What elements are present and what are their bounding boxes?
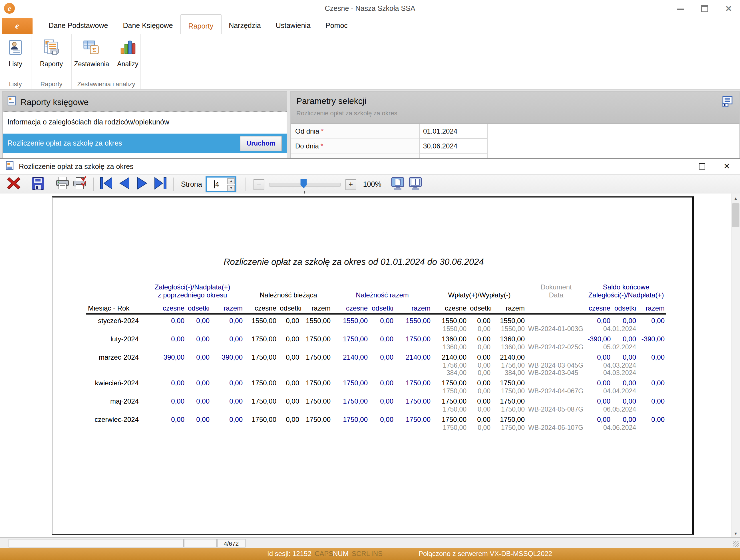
tab-ustawienia[interactable]: Ustawienia [268,17,318,34]
document-area: Rozliczenie opłat za szkołę za okres od … [0,193,731,538]
next-page-button[interactable] [135,176,149,193]
tab-raporty[interactable]: Raporty [180,14,221,34]
maximize-button[interactable] [701,5,708,12]
header-wplaty: Wpłaty(+)/Wypłaty(-) [432,291,527,299]
run-report-button[interactable]: Uruchom [240,135,282,151]
multi-page-view-button[interactable] [408,177,423,192]
analizy-button-label: Analizy [117,61,138,67]
viewer-title: Rozliczenie opłat za szkołę za okres [19,162,133,170]
ribbon-group-listy: Listy Listy [0,34,31,89]
table-row: marzec-2024-390,000,00-390,001750,000,00… [86,351,666,362]
header-saldo: Saldo końcowe [586,283,666,291]
multi-page-view-icon [408,177,423,190]
do-dnia-label: Do dnia [295,142,319,150]
file-menu-button[interactable]: e [2,18,32,34]
header-naleznosc-razem: Należność razem [332,291,432,299]
page-number-value: 4 [215,180,219,188]
zestawienia-button-label: Zestawienia [74,61,109,67]
prev-page-button[interactable] [118,176,131,193]
page-down-button[interactable]: ▼ [227,185,235,191]
viewer-maximize-button[interactable] [699,163,705,170]
scrollbar-thumb[interactable] [732,203,739,227]
table-row: czerwiec-20240,000,000,001750,000,001750… [86,413,666,424]
table-subrow: 1550,000,001550,00WB-2024-01-003G04.01.2… [86,325,666,333]
save-parameters-icon[interactable] [722,96,733,107]
table-row: maj-20240,000,000,001750,000,001750,0017… [86,395,666,406]
col-miesiac-rok: Miesiąc - Rok [86,299,141,314]
zoom-out-button[interactable]: − [254,179,264,190]
prev-page-icon [118,176,131,191]
table-subrow: 1360,000,001360,00WB-2024-02-025G05.02.2… [86,344,666,351]
report-list-item-selected[interactable]: Rozliczenie opłat za szkołę za okres Uru… [3,133,287,153]
next-page-icon [135,176,149,191]
resize-grip[interactable] [733,541,739,547]
single-page-view-button[interactable] [390,177,405,192]
scrl-indicator: SCRL [352,547,370,560]
zoom-slider-thumb[interactable] [301,179,307,188]
raporty-button[interactable]: Raporty [36,37,67,67]
tab-pomoc[interactable]: Pomoc [318,17,355,34]
ins-indicator: INS [371,547,383,560]
print-button[interactable] [56,176,70,192]
viewer-minimize-button[interactable] [674,163,680,170]
analizy-button[interactable]: Analizy [114,37,142,67]
header-naleznosc-biezaca: Należność bieżąca [245,291,332,299]
zoom-slider[interactable] [269,178,341,191]
text-caret [214,180,215,188]
header-columns-row: Miesiąc - Rok czesneodsetkirazem czesneo… [86,299,666,314]
connection-status: Połączono z serwerem VX-DB-MSSQL2022 [419,547,552,560]
viewer-close-button[interactable]: ✕ [724,163,730,170]
ribbon-group-raporty: Raporty Raporty [31,34,72,89]
parameters-panel-title: Parametry selekcji [296,96,366,106]
last-page-button[interactable] [153,176,168,193]
report-list-item[interactable]: Informacja o zaległościach dla rodziców/… [3,112,287,132]
page-number-input[interactable]: 4 ▲ ▼ [205,176,237,192]
listy-button-label: Listy [9,61,22,67]
close-button[interactable]: ✕ [725,5,732,12]
main-titlebar: e Czesne - Nasza Szkoła SSA ✕ [0,0,740,17]
first-page-button[interactable] [99,176,114,193]
param-row-do-dnia: Do dnia* 30.06.2024 [291,139,739,154]
scroll-down-button[interactable]: ▼ [731,529,740,538]
red-x-icon [7,176,20,190]
viewer-titlebar: Rozliczenie opłat za szkołę za okres ✕ [0,159,740,175]
scroll-up-button[interactable]: ▲ [731,193,740,203]
report-table-body: styczeń-20240,000,000,001550,000,001550,… [86,314,666,432]
zestawienia-button[interactable]: Σ Zestawienia [71,37,113,67]
od-dnia-field[interactable]: 01.01.2024 [419,124,488,139]
zoom-in-button[interactable]: + [346,179,356,190]
ribbon-group-zestawienia: Σ Zestawienia Analizy Zestawienia i anal… [72,34,141,89]
table-subrow: 1750,000,001750,00WB-2024-04-067G04.04.2… [86,388,666,395]
app-status-bar: Id sesji: 12152 CAPS NUM SCRL INS Połącz… [0,547,740,560]
save-report-button[interactable] [31,177,44,192]
page-up-button[interactable]: ▲ [227,178,235,184]
close-report-button[interactable] [7,176,20,192]
last-page-icon [153,176,168,191]
minimize-button[interactable] [677,5,684,12]
table-subrow: 384,000,00384,00WB-2024-03-04504.03.2024 [86,369,666,377]
zoom-slider-tick [304,191,305,193]
od-dnia-label: Od dnia [295,127,319,135]
table-row: styczeń-20240,000,000,001550,000,001550,… [86,314,666,325]
first-page-icon [99,176,114,191]
printer-check-icon [73,176,88,190]
table-row: luty-20240,000,000,001750,000,001750,001… [86,333,666,344]
ribbon-tab-row: e Dane Podstawowe Dane Księgowe Raporty … [0,17,740,35]
print-settings-button[interactable] [73,176,88,192]
viewer-toolbar: Strona 4 ▲ ▼ − + 100% [0,175,740,194]
tab-dane-ksiegowe[interactable]: Dane Księgowe [115,17,180,34]
report-table: Zaległości(-)/Nadpłata(+) Dokument Saldo… [86,283,666,432]
tab-dane-podstawowe[interactable]: Dane Podstawowe [41,17,115,34]
do-dnia-field[interactable]: 30.06.2024 [419,139,488,154]
ribbon-group-label-zestawienia: Zestawienia i analizy [72,78,141,89]
horizontal-scrollbar-thumb[interactable] [9,539,184,547]
report-title: Rozliczenie opłat za szkołę za okres od … [53,257,655,267]
listy-button[interactable]: Listy [3,37,27,67]
table-subrow: 1750,000,001750,00WB-2024-05-087G06.05.2… [86,406,666,413]
person-document-icon [7,39,24,58]
single-page-view-icon [390,177,405,190]
table-subrow: 1750,000,001750,00WB-2024-06-107G04.06.2… [86,424,666,432]
tab-narzedzia[interactable]: Narzędzia [221,17,268,34]
ribbon-group-label-raporty: Raporty [31,78,71,89]
vertical-scrollbar[interactable]: ▲ ▼ [731,193,740,538]
